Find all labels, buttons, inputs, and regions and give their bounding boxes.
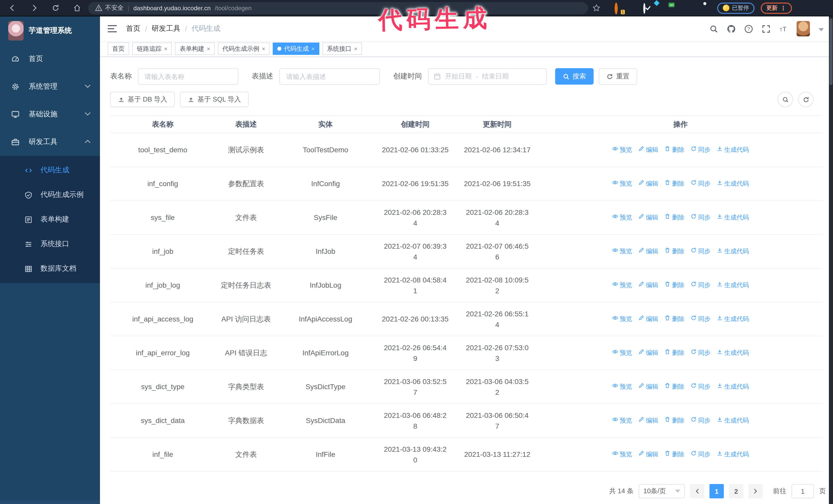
- row-action-download[interactable]: 生成代码: [717, 381, 749, 392]
- row-action-download[interactable]: 生成代码: [717, 449, 749, 460]
- row-action-eye[interactable]: 预览: [612, 381, 632, 392]
- puzzle-extension-icon[interactable]: [701, 4, 709, 12]
- row-action-sync[interactable]: 同步: [690, 381, 711, 392]
- github-icon[interactable]: [727, 24, 736, 33]
- bookmark-star-icon[interactable]: [592, 4, 600, 12]
- row-action-eye[interactable]: 预览: [612, 178, 632, 189]
- search-button[interactable]: 搜索: [555, 68, 594, 85]
- row-action-eye[interactable]: 预览: [612, 280, 632, 291]
- help-icon[interactable]: ?: [744, 24, 753, 33]
- forward-icon[interactable]: [30, 4, 38, 12]
- row-action-edit[interactable]: 编辑: [638, 280, 658, 291]
- sidebar-item-gear[interactable]: 系统管理: [0, 73, 100, 100]
- row-action-edit[interactable]: 编辑: [638, 314, 658, 325]
- extension-icon[interactable]: [686, 4, 695, 12]
- user-avatar[interactable]: [796, 21, 810, 37]
- row-action-download[interactable]: 生成代码: [717, 178, 749, 189]
- row-action-delete[interactable]: 删除: [664, 178, 684, 189]
- row-action-sync[interactable]: 同步: [690, 314, 711, 325]
- row-action-download[interactable]: 生成代码: [717, 246, 749, 257]
- extension-icon[interactable]: [643, 4, 651, 12]
- row-action-download[interactable]: 生成代码: [717, 212, 749, 223]
- row-action-delete[interactable]: 删除: [664, 415, 684, 426]
- row-action-edit[interactable]: 编辑: [638, 246, 658, 257]
- refresh-table-button[interactable]: [798, 92, 813, 107]
- row-action-download[interactable]: 生成代码: [717, 347, 749, 358]
- sidebar-collapse-bar[interactable]: [0, 500, 100, 504]
- row-action-edit[interactable]: 编辑: [638, 347, 658, 358]
- extension-icon[interactable]: [672, 4, 680, 12]
- row-action-eye[interactable]: 预览: [612, 212, 632, 223]
- row-action-delete[interactable]: 删除: [664, 314, 684, 325]
- row-action-edit[interactable]: 编辑: [638, 449, 658, 460]
- row-action-sync[interactable]: 同步: [690, 449, 711, 460]
- not-secure-warning[interactable]: 不安全: [94, 4, 123, 12]
- row-action-edit[interactable]: 编辑: [638, 145, 658, 155]
- row-action-edit[interactable]: 编辑: [638, 212, 658, 223]
- fullscreen-icon[interactable]: [762, 24, 770, 33]
- page-number-2[interactable]: 2: [729, 484, 743, 498]
- import-sql-button[interactable]: 基于 SQL 导入: [180, 92, 249, 107]
- row-action-sync[interactable]: 同步: [690, 246, 711, 257]
- row-action-download[interactable]: 生成代码: [717, 314, 749, 325]
- row-action-edit[interactable]: 编辑: [638, 381, 658, 392]
- row-action-eye[interactable]: 预览: [612, 449, 632, 460]
- update-button[interactable]: 更新 ⋮: [761, 2, 792, 14]
- row-action-delete[interactable]: 删除: [664, 449, 684, 460]
- caret-down-icon[interactable]: [819, 24, 824, 33]
- search-icon[interactable]: [710, 24, 718, 33]
- breadcrumb-home[interactable]: 首页: [126, 24, 140, 33]
- close-icon[interactable]: ×: [311, 46, 315, 52]
- prev-page-button[interactable]: [690, 484, 704, 498]
- sidebar-subitem-database[interactable]: 数据库文档: [0, 256, 100, 281]
- row-action-sync[interactable]: 同步: [690, 415, 711, 426]
- paused-badge[interactable]: 已暂停: [717, 2, 755, 14]
- row-action-sync[interactable]: 同步: [690, 280, 711, 291]
- breadcrumb-devtools[interactable]: 研发工具: [152, 24, 181, 33]
- row-action-sync[interactable]: 同步: [690, 347, 711, 358]
- extension-icon[interactable]: [658, 4, 666, 12]
- goto-page-input[interactable]: [791, 484, 814, 498]
- close-icon[interactable]: ×: [164, 46, 167, 52]
- row-action-eye[interactable]: 预览: [612, 347, 632, 358]
- page-number-1[interactable]: 1: [710, 484, 724, 498]
- sidebar-subitem-api[interactable]: 系统接口: [0, 232, 100, 256]
- row-action-eye[interactable]: 预览: [612, 415, 632, 426]
- row-action-sync[interactable]: 同步: [690, 145, 711, 155]
- extension-icon[interactable]: [629, 4, 637, 12]
- import-db-button[interactable]: 基于 DB 导入: [110, 92, 175, 107]
- app-logo-row[interactable]: 芋道管理系统: [0, 17, 100, 45]
- row-action-eye[interactable]: 预览: [612, 246, 632, 257]
- sidebar-item-toolbox[interactable]: 研发工具: [0, 128, 100, 156]
- scrollbar-thumb[interactable]: [829, 19, 832, 85]
- sidebar-subitem-example[interactable]: 代码生成示例: [0, 183, 100, 207]
- tag-view-tab[interactable]: 代码生成示例 ×: [218, 43, 270, 55]
- close-icon[interactable]: ×: [207, 46, 210, 52]
- tag-view-tab[interactable]: 首页 ×: [108, 43, 129, 55]
- hamburger-icon[interactable]: [108, 25, 117, 32]
- row-action-edit[interactable]: 编辑: [638, 415, 658, 426]
- address-bar[interactable]: 不安全 | dashboard.yudao.iocoder.cn/tool/co…: [88, 2, 588, 14]
- row-action-delete[interactable]: 删除: [664, 381, 684, 392]
- tag-view-tab[interactable]: 代码生成 ×: [273, 43, 319, 55]
- row-action-sync[interactable]: 同步: [690, 178, 711, 189]
- row-action-eye[interactable]: 预览: [612, 314, 632, 325]
- page-size-select[interactable]: 10条/页: [639, 484, 685, 498]
- row-action-sync[interactable]: 同步: [690, 212, 711, 223]
- extension-icon[interactable]: 1: [615, 4, 623, 12]
- sidebar-subitem-code[interactable]: 代码生成: [0, 158, 100, 183]
- sidebar-subitem-form[interactable]: 表单构建: [0, 207, 100, 232]
- table-name-input[interactable]: [138, 68, 238, 85]
- home-icon[interactable]: [73, 4, 81, 12]
- back-icon[interactable]: [8, 4, 17, 12]
- row-action-download[interactable]: 生成代码: [717, 415, 749, 426]
- row-action-delete[interactable]: 删除: [664, 280, 684, 291]
- close-icon[interactable]: ×: [354, 46, 358, 52]
- tag-view-tab[interactable]: 系统接口 ×: [323, 43, 362, 55]
- row-action-edit[interactable]: 编辑: [638, 178, 658, 189]
- close-icon[interactable]: ×: [262, 46, 265, 52]
- tag-view-tab[interactable]: 表单构建 ×: [175, 43, 215, 55]
- date-range-picker[interactable]: 开始日期 - 结束日期: [428, 68, 547, 85]
- reset-button[interactable]: 重置: [599, 68, 637, 85]
- sidebar-item-dashboard[interactable]: 首页: [0, 45, 100, 73]
